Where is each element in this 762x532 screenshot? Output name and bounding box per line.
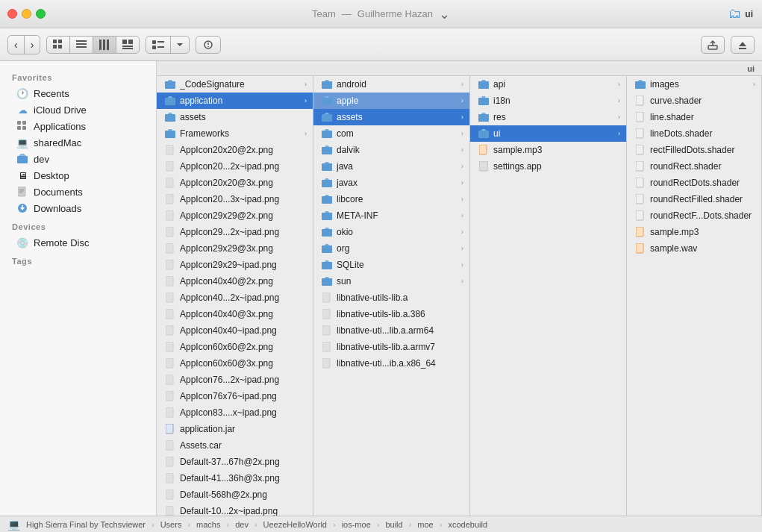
col3-item-samplemp3[interactable]: sample.mp3 <box>470 142 626 158</box>
back-button[interactable]: ‹ <box>8 36 24 54</box>
col1-item-png1[interactable]: AppIcon20x20@2x.png <box>157 142 313 158</box>
col4-header: ui <box>747 64 755 73</box>
col1-item-png17[interactable]: AppIcon83....x~ipad.png <box>157 404 313 421</box>
col2-arrow-metainf: › <box>461 212 463 219</box>
col1-item-png13[interactable]: AppIcon60x60@2x.png <box>157 339 313 355</box>
arrange-dropdown-button[interactable] <box>170 37 189 53</box>
sidebar-item-downloads[interactable]: Downloads <box>4 200 152 216</box>
col1-item-assetscar[interactable]: Assets.car <box>157 437 313 454</box>
col2-item-libnative1[interactable]: libnative-utils-lib.a <box>313 290 469 306</box>
col1-item-application[interactable]: application › <box>157 93 313 109</box>
col2-item-org[interactable]: org › <box>313 240 469 257</box>
share-button[interactable] <box>702 37 724 53</box>
col3-label-api: api <box>493 79 614 90</box>
col1-item-assets[interactable]: assets <box>157 109 313 125</box>
col2-item-metainf[interactable]: META-INF › <box>313 207 469 224</box>
col3-item-api[interactable]: api › <box>470 76 626 93</box>
col1-item-png8[interactable]: AppIcon29x29~ipad.png <box>157 257 313 273</box>
eject-button[interactable] <box>731 37 754 53</box>
col1-item-default1[interactable]: Default-37...67h@2x.png <box>157 454 313 470</box>
svg-rect-12 <box>122 46 133 47</box>
col1-item-png15[interactable]: AppIcon76...2x~ipad.png <box>157 372 313 388</box>
col3-item-ui[interactable]: ui › <box>470 125 626 142</box>
col4-item-roundrectfdots[interactable]: roundRectF...Dots.shader <box>627 207 761 224</box>
col4-item-roundrectdots[interactable]: roundRectDots.shader <box>627 175 761 191</box>
col4-item-roundrect[interactable]: roundRect.shader <box>627 158 761 175</box>
col2-item-libnative4[interactable]: libnative-utils-lib.a.armv7 <box>313 339 469 355</box>
sidebar-item-remote-disc[interactable]: 💿 Remote Disc <box>4 234 152 251</box>
col2-item-javax[interactable]: javax › <box>313 175 469 191</box>
col1-item-png7[interactable]: AppIcon29x29@3x.png <box>157 240 313 257</box>
col1-item-default2[interactable]: Default-41...36h@3x.png <box>157 470 313 486</box>
arrange-button[interactable] <box>146 37 170 53</box>
col2-item-java[interactable]: java › <box>313 158 469 175</box>
col1-item-png4[interactable]: AppIcon20...3x~ipad.png <box>157 191 313 207</box>
sidebar-item-applications[interactable]: Applications <box>4 118 152 134</box>
col1-item-png5[interactable]: AppIcon29x29@2x.png <box>157 207 313 224</box>
col1-item-png10[interactable]: AppIcon40...2x~ipad.png <box>157 290 313 306</box>
title-dropdown-icon[interactable]: ⌄ <box>439 6 450 22</box>
col1-item-codesignature[interactable]: _CodeSignature › <box>157 76 313 93</box>
sidebar-item-documents[interactable]: Documents <box>4 184 152 200</box>
col1-item-default4[interactable]: Default-10...2x~ipad.png <box>157 503 313 516</box>
col4-item-samplemp3[interactable]: sample.mp3 <box>627 224 761 240</box>
col1-item-default3[interactable]: Default-568h@2x.png <box>157 486 313 503</box>
file-icon-11 <box>164 308 176 320</box>
minimize-button[interactable] <box>22 9 31 19</box>
col4-item-samplewav[interactable]: sample.wav <box>627 240 761 257</box>
col2-item-dalvik[interactable]: dalvik › <box>313 142 469 158</box>
col4-item-curveshader[interactable]: curve.shader <box>627 93 761 109</box>
maximize-button[interactable] <box>36 9 46 19</box>
col1-item-png14[interactable]: AppIcon60x60@3x.png <box>157 355 313 372</box>
view-column-button[interactable] <box>93 37 116 53</box>
col2-item-okio[interactable]: okio › <box>313 224 469 240</box>
svg-rect-39 <box>165 81 175 89</box>
col3-arrow-i18n: › <box>618 97 620 104</box>
action-button[interactable] <box>196 37 220 53</box>
col2-item-libnative3[interactable]: libnative-uti...lib.a.arm64 <box>313 322 469 339</box>
col1-item-png9[interactable]: AppIcon40x40@2x.png <box>157 273 313 290</box>
col4-item-linedots[interactable]: lineDots.shader <box>627 125 761 142</box>
view-icon-button[interactable] <box>47 37 69 53</box>
sidebar-item-icloud[interactable]: ☁ iCloud Drive <box>4 101 152 118</box>
col2-item-libcore[interactable]: libcore › <box>313 191 469 207</box>
col1-item-png6[interactable]: AppIcon29...2x~ipad.png <box>157 224 313 240</box>
col1-item-png16[interactable]: AppIcon76x76~ipad.png <box>157 388 313 404</box>
col2-item-libnative5[interactable]: libnative-uti...ib.a.x86_64 <box>313 355 469 372</box>
svg-rect-23 <box>708 46 717 49</box>
col2-item-apple[interactable]: apple › <box>313 93 469 109</box>
close-button[interactable] <box>7 9 17 19</box>
col2-item-assets[interactable]: assets › <box>313 109 469 125</box>
svg-marker-81 <box>322 113 332 114</box>
svg-rect-100 <box>322 278 332 286</box>
col3-item-i18n[interactable]: i18n › <box>470 93 626 109</box>
sidebar-item-dev[interactable]: dev <box>4 151 152 167</box>
col4-item-roundrectfilled[interactable]: roundRectFilled.shader <box>627 191 761 207</box>
col1-item-frameworks[interactable]: Frameworks › <box>157 125 313 142</box>
view-list-button[interactable] <box>69 37 93 53</box>
sidebar-item-recents[interactable]: 🕐 Recents <box>4 85 152 101</box>
col2-item-com[interactable]: com › <box>313 125 469 142</box>
col2-item-sqlite[interactable]: SQLite › <box>313 257 469 273</box>
col1-item-png2[interactable]: AppIcon20...2x~ipad.png <box>157 158 313 175</box>
forward-button[interactable]: › <box>24 36 40 54</box>
svg-rect-1 <box>58 40 62 43</box>
col3-item-res[interactable]: res › <box>470 109 626 125</box>
svg-rect-123 <box>636 161 643 171</box>
col3-item-settings[interactable]: settings.app <box>470 158 626 175</box>
sidebar-item-sharedmac[interactable]: 💻 sharedMac <box>4 134 152 151</box>
col2-item-libnative2[interactable]: libnative-utils-lib.a.386 <box>313 306 469 322</box>
view-cover-button[interactable] <box>116 37 139 53</box>
col1-item-png11[interactable]: AppIcon40x40@3x.png <box>157 306 313 322</box>
file-icon-12 <box>164 325 176 337</box>
col4-item-rectfilleddots[interactable]: rectFilledDots.shader <box>627 142 761 158</box>
col2-item-android[interactable]: android › <box>313 76 469 93</box>
col4-item-lineshader[interactable]: line.shader <box>627 109 761 125</box>
sidebar-item-desktop[interactable]: 🖥 Desktop <box>4 167 152 184</box>
col4-item-images[interactable]: images › <box>627 76 761 93</box>
col1-item-png12[interactable]: AppIcon40x40~ipad.png <box>157 322 313 339</box>
col2-item-sun[interactable]: sun › <box>313 273 469 290</box>
svg-marker-112 <box>478 113 489 114</box>
col1-item-png3[interactable]: AppIcon20x20@3x.png <box>157 175 313 191</box>
col1-item-appjar[interactable]: application.jar <box>157 421 313 437</box>
